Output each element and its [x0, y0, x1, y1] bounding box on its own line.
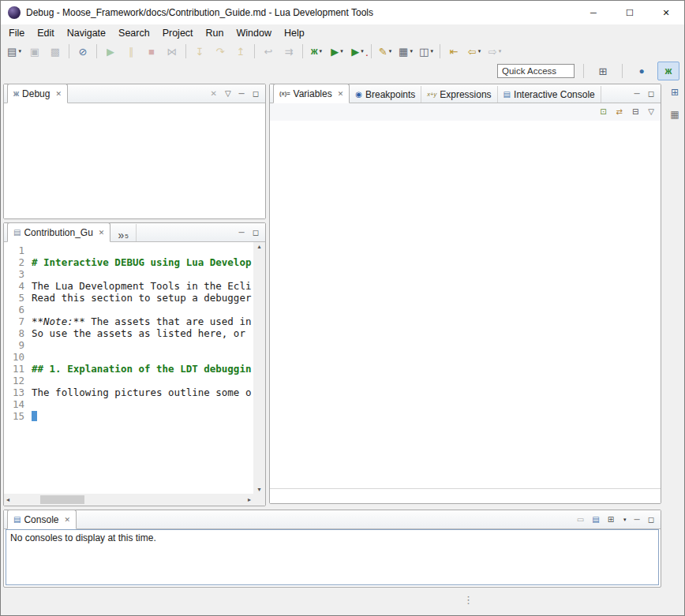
- terminate-button[interactable]: ■: [141, 43, 162, 60]
- menu-window[interactable]: Window: [230, 26, 278, 40]
- drop-to-frame-button[interactable]: ↩: [258, 43, 279, 60]
- step-filters-icon: ⇉: [285, 47, 294, 57]
- menu-navigate[interactable]: Navigate: [61, 26, 112, 40]
- back-button[interactable]: ⇦ ▾: [464, 43, 485, 60]
- line-number[interactable]: 9: [4, 339, 32, 351]
- maximize-view-button[interactable]: ◻: [648, 516, 654, 524]
- open-console-button[interactable]: ⊞: [608, 516, 614, 524]
- minimize-view-button[interactable]: ─: [634, 90, 640, 98]
- tab-expressions[interactable]: x+y Expressions: [421, 86, 497, 103]
- editor-vertical-scrollbar[interactable]: ▴ ▾: [253, 242, 265, 494]
- maximize-view-button[interactable]: ◻: [648, 90, 654, 98]
- maximize-button[interactable]: ☐: [612, 1, 648, 24]
- editor-tab-overflow[interactable]: » 5: [110, 224, 136, 241]
- menu-help[interactable]: Help: [278, 26, 311, 40]
- pin-console-button[interactable]: ▤: [592, 516, 599, 524]
- columns-button[interactable]: ◫ ▾: [416, 43, 436, 60]
- step-return-button[interactable]: ↥: [230, 43, 251, 60]
- menu-file[interactable]: File: [2, 26, 31, 40]
- quick-access-field[interactable]: Quick Access: [497, 64, 575, 78]
- step-over-button[interactable]: ↷: [210, 43, 230, 60]
- menu-edit[interactable]: Edit: [31, 26, 61, 40]
- debug-perspective-button[interactable]: ж: [657, 62, 679, 80]
- tab-breakpoints[interactable]: ◉ Breakpoints: [350, 86, 421, 103]
- minimize-button[interactable]: ─: [575, 1, 612, 24]
- maximize-view-button[interactable]: ◻: [253, 229, 259, 237]
- lua-perspective-button[interactable]: ●: [631, 62, 652, 80]
- scroll-left-icon[interactable]: ◂: [4, 495, 12, 504]
- suspend-button[interactable]: ∥: [121, 43, 141, 60]
- line-number[interactable]: 7: [4, 315, 32, 327]
- line-number[interactable]: 8: [4, 327, 32, 339]
- scroll-up-icon[interactable]: ▴: [255, 242, 263, 251]
- save-button[interactable]: ▣: [24, 43, 45, 60]
- line-number[interactable]: 15: [4, 410, 32, 422]
- menu-search[interactable]: Search: [112, 26, 156, 40]
- scroll-right-icon[interactable]: ▸: [245, 495, 253, 504]
- line-number[interactable]: 10: [4, 351, 32, 363]
- last-edit-location-button[interactable]: ⇤: [444, 43, 464, 60]
- collapse-all-button[interactable]: ⊟: [632, 108, 638, 116]
- suspend-icon: ∥: [129, 47, 134, 57]
- editor-line: 2# Interactive DEBUG using Lua Develop: [4, 256, 253, 268]
- new-table-button[interactable]: ▦ ▾: [395, 43, 416, 60]
- close-icon[interactable]: ✕: [55, 90, 62, 98]
- line-number[interactable]: 13: [4, 386, 32, 398]
- tab-debug[interactable]: ж Debug ✕: [7, 84, 68, 103]
- close-button[interactable]: ✕: [648, 1, 684, 24]
- trim-drag-handle[interactable]: ⋮: [463, 594, 474, 606]
- menu-run[interactable]: Run: [200, 26, 230, 40]
- minimize-view-button[interactable]: ─: [239, 90, 245, 98]
- run-button[interactable]: ▶ ▾: [327, 43, 347, 60]
- wand-button[interactable]: ✎ ▾: [375, 43, 395, 60]
- show-logical-structure-button[interactable]: ⇄: [616, 108, 623, 116]
- scroll-down-icon[interactable]: ▾: [255, 485, 263, 494]
- tab-console[interactable]: ▤ Console ✕: [7, 510, 77, 529]
- outline-view-button[interactable]: ▦: [670, 109, 679, 120]
- tab-interactive-console[interactable]: ▤ Interactive Console: [498, 86, 601, 103]
- save-all-button[interactable]: ▩: [45, 43, 66, 60]
- view-menu-button[interactable]: ▽: [648, 108, 654, 116]
- step-into-icon: ↧: [196, 47, 204, 57]
- toolbar-separator: [371, 44, 372, 58]
- remove-all-terminated-button[interactable]: ✕: [211, 90, 217, 98]
- editor-horizontal-scrollbar[interactable]: ◂ ▸: [4, 494, 253, 506]
- disconnect-button[interactable]: ⋈: [162, 43, 182, 60]
- chevron-down-icon[interactable]: ▾: [623, 517, 627, 523]
- scrollbar-thumb[interactable]: [40, 495, 84, 504]
- open-perspective-button[interactable]: ⊞: [593, 62, 613, 80]
- display-selected-console-button[interactable]: ▭: [577, 516, 584, 524]
- skip-all-breakpoints-button[interactable]: ⊘: [73, 43, 93, 60]
- line-number[interactable]: 14: [4, 398, 32, 410]
- line-number[interactable]: 2: [4, 256, 32, 268]
- run-icon: ▶: [331, 47, 339, 57]
- tab-contribution-guide[interactable]: ▤ Contribution_Gu ✕: [7, 222, 110, 242]
- debug-button[interactable]: ж ▾: [306, 43, 327, 60]
- show-detail-pane-button[interactable]: ⊡: [600, 108, 606, 116]
- menu-project[interactable]: Project: [156, 26, 200, 40]
- line-number[interactable]: 6: [4, 304, 32, 315]
- minimize-view-button[interactable]: ─: [634, 516, 640, 524]
- editor-text-area[interactable]: 1 2# Interactive DEBUG using Lua Develop…: [4, 242, 253, 494]
- resume-button[interactable]: ▶: [100, 43, 121, 60]
- line-number[interactable]: 12: [4, 375, 32, 386]
- view-menu-button[interactable]: ▽: [225, 90, 231, 98]
- restore-view-button[interactable]: ⊞: [671, 87, 679, 98]
- maximize-view-button[interactable]: ◻: [253, 90, 259, 98]
- detail-pane-sash[interactable]: [270, 488, 661, 489]
- line-number[interactable]: 1: [4, 245, 32, 256]
- minimize-view-button[interactable]: ─: [239, 229, 245, 237]
- close-icon[interactable]: ✕: [64, 516, 70, 524]
- line-number[interactable]: 3: [4, 268, 32, 280]
- use-step-filters-button[interactable]: ⇉: [279, 43, 299, 60]
- tab-variables[interactable]: (x)= Variables ✕: [273, 84, 350, 103]
- external-tools-button[interactable]: ▶ ▪ ▾: [347, 43, 368, 60]
- line-number[interactable]: 11: [4, 363, 32, 375]
- forward-button[interactable]: ⇨ ▾: [485, 43, 505, 60]
- step-into-button[interactable]: ↧: [189, 43, 210, 60]
- close-icon[interactable]: ✕: [338, 90, 344, 98]
- new-wizard-button[interactable]: ▤ ▾: [4, 43, 24, 60]
- line-number[interactable]: 5: [4, 292, 32, 304]
- close-icon[interactable]: ✕: [99, 229, 105, 237]
- line-number[interactable]: 4: [4, 280, 32, 292]
